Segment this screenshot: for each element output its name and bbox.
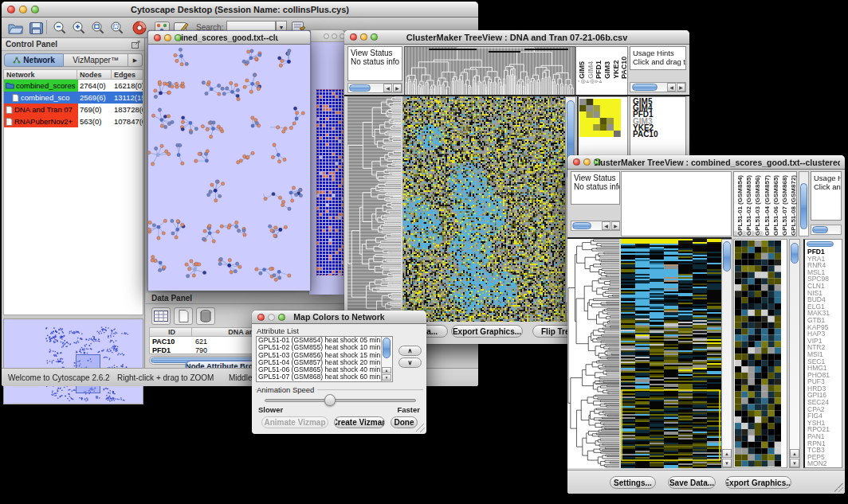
zoom-selected-icon[interactable] [108,19,126,37]
scroll-thumb[interactable] [572,222,591,229]
global-heatmap-canvas[interactable] [621,239,721,468]
scroll-down-button[interactable]: ▼ [382,374,391,381]
scroll-up-button[interactable]: ▲ [382,367,391,373]
scroll-left-button[interactable]: ◀ [602,221,610,230]
minimize-button[interactable] [583,158,591,166]
column-header-network[interactable]: Network [3,69,77,80]
close-button[interactable] [350,33,357,41]
column-labels-vscrollbar[interactable] [799,171,809,236]
scroll-left-button[interactable]: ◀ [383,84,392,92]
column-header-edges[interactable]: Edges [112,69,143,80]
scroll-thumb[interactable] [383,338,391,358]
close-button[interactable] [154,34,161,41]
resize-grip[interactable] [834,483,843,492]
row-dendrogram-canvas[interactable] [347,96,401,322]
overview-canvas[interactable] [4,319,143,404]
close-button[interactable] [7,6,15,14]
scroll-thumb[interactable] [723,241,731,272]
scroll-right-button[interactable]: ▶ [677,83,685,92]
zoom-toolbar-icons[interactable]: ◦◎▵◎▹▵ [578,78,626,85]
zoom-out-icon[interactable] [51,19,69,37]
scroll-up-button[interactable]: ▲ [790,449,799,458]
heatmap-vscrollbar[interactable]: ▲ ▼ [721,239,732,468]
tab-vizmapper[interactable]: VizMapper™ [64,53,128,67]
zoom-toolbar-icons[interactable]: ◎◦◎◦◎◦◎ [733,230,783,237]
view-status-scrollbar[interactable]: ◀ ▶ [571,221,620,231]
dense-network-canvas[interactable] [316,89,344,275]
scroll-down-button[interactable]: ▼ [790,459,799,467]
zoom-heatmap-canvas[interactable] [735,240,781,467]
save-icon[interactable] [27,19,45,37]
scroll-thumb[interactable] [800,183,807,229]
main-titlebar[interactable]: Cytoscape Desktop (Session Name: collins… [2,2,478,18]
settings-button[interactable]: Settings... [610,476,656,489]
close-button[interactable] [573,158,580,166]
gene-label: GPI16 [807,392,842,399]
export-graphics-button[interactable]: Export Graphics... [451,325,523,338]
column-dendrogram-area[interactable] [621,171,732,236]
scroll-thumb[interactable] [349,84,371,92]
animate-vizmap-button[interactable]: Animate Vizmap [261,416,328,428]
create-vizmap-button[interactable]: Create Vizmap [334,416,385,428]
usage-scrollbar[interactable] [811,225,842,235]
background-window-titlebar[interactable] [309,30,344,42]
network-row[interactable]: DNA and Tran 07 769(0) 183728(0) [4,104,143,115]
scroll-left-button[interactable]: ◀ [667,83,676,92]
zoom-hscrollbar[interactable]: ◀ ▶ [630,82,686,92]
network-canvas[interactable] [148,45,310,291]
scroll-thumb[interactable] [632,84,658,91]
minimize-button[interactable] [19,6,27,14]
scroll-thumb[interactable] [791,243,799,264]
global-heatmap-canvas[interactable] [402,96,565,322]
minimize-button[interactable] [332,33,337,39]
open-file-icon[interactable] [6,19,24,37]
lifebuoy-help-icon[interactable] [131,19,148,37]
close-button[interactable] [257,314,265,321]
save-data-button[interactable]: Save Data... [668,476,716,489]
minimize-button[interactable] [360,33,367,41]
delete-attribute-icon[interactable] [196,307,215,325]
tab-network[interactable]: Network [4,53,64,67]
network-row[interactable]: RNAPuberNov2+ 563(0) 107847(0) [4,115,143,127]
zoom-in-icon[interactable] [70,19,88,37]
column-dendrogram-canvas[interactable] [404,46,575,96]
network-row[interactable]: combined_scores 2764(0) 16218(0) [4,80,143,92]
scroll-thumb[interactable] [812,226,828,233]
minimize-button[interactable] [268,314,275,321]
row-dendrogram-canvas[interactable] [567,239,619,468]
data-column-id[interactable]: ID [149,327,192,337]
treeview-combined-titlebar[interactable]: ClusterMaker TreeView : combined_scores_… [567,155,845,170]
scroll-down-button[interactable]: ▼ [722,459,732,467]
close-button[interactable] [324,33,329,39]
slider-thumb[interactable] [324,394,336,406]
attribute-select-icon[interactable] [151,307,171,325]
dialog-titlebar[interactable]: Map Colors to Network [252,311,426,324]
network-overview-panel[interactable] [3,318,143,404]
view-status-scrollbar[interactable]: ◀ ▶ [347,83,402,93]
scroll-right-button[interactable]: ▶ [611,221,620,230]
network-row-selected[interactable]: combined_sco 2569(6) 13112(15) [4,92,143,104]
zoom-vscrollbar[interactable]: ▲ ▼ [789,239,800,468]
column-header-nodes[interactable]: Nodes [77,69,112,80]
move-up-button[interactable]: ∧ [398,346,422,356]
treeview-dna-titlebar[interactable]: ClusterMaker TreeView : DNA and Tran 07-… [344,30,689,45]
scroll-right-button[interactable]: ▶ [393,84,402,92]
attribute-list-item[interactable]: GPL51-07 (GSM868) heat shock 60 min [257,373,392,381]
tab-overflow-button[interactable]: ▶ [128,53,143,67]
new-attribute-icon[interactable] [174,307,193,325]
zoom-heatmap-canvas[interactable] [579,99,621,137]
gene-labels-hscroll-thumb[interactable] [807,241,834,247]
move-down-button[interactable]: ∨ [398,357,422,368]
zoom-fit-icon[interactable] [89,19,107,37]
minimize-button[interactable] [164,34,171,41]
column-label: GPL51-04 (GSM857) [764,175,771,236]
float-panel-icon[interactable] [132,37,140,52]
attribute-list[interactable]: GPL51-01 (GSM854) heat shock 05 minGPL51… [256,336,393,382]
export-graphics-button[interactable]: Export Graphics... [725,476,791,489]
done-button[interactable]: Done [391,416,418,428]
scroll-up-button[interactable]: ▲ [722,449,732,458]
animation-speed-slider[interactable] [265,399,416,402]
attribute-list-scrollbar[interactable]: ▲ ▼ [381,337,391,381]
resize-grip[interactable] [416,424,425,432]
network-view-titlebar[interactable]: combined_scores_good.txt--cluste... [148,31,310,45]
